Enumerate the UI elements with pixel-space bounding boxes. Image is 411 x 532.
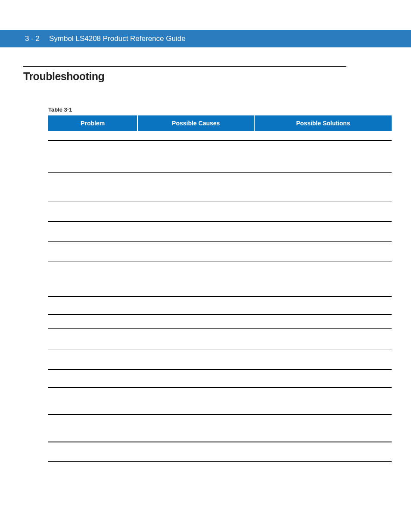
cell-solution [254,296,392,314]
cell-solution [254,328,392,349]
cell-problem [48,221,137,241]
table-row [48,241,392,261]
cell-cause [137,172,254,202]
cell-solution [254,370,392,388]
table-body [48,131,392,462]
table-row [48,328,392,349]
table-caption-label: Table 3-1 [48,106,72,113]
cell-problem [48,202,137,221]
cell-cause [137,221,254,241]
cell-problem [48,241,137,261]
cell-problem [48,349,137,370]
cell-solution [254,202,392,221]
cell-solution [254,414,392,442]
table-row [48,370,392,388]
table-row [48,349,392,370]
cell-solution [254,349,392,370]
cell-solution [254,172,392,202]
section-divider [23,66,346,67]
table-caption: Table 3-1 [48,106,392,113]
cell-solution [254,241,392,261]
cell-problem [48,314,137,328]
cell-cause [137,241,254,261]
cell-cause [137,261,254,296]
cell-cause [137,314,254,328]
cell-solution [254,314,392,328]
section-heading: Troubleshooting [23,70,411,83]
cell-problem [48,140,137,172]
header-solutions: Possible Solutions [254,115,392,131]
table-row [48,131,392,140]
cell-problem [48,370,137,388]
troubleshooting-table: Problem Possible Causes Possible Solutio… [48,115,392,462]
cell-solution [254,442,392,462]
cell-problem [48,172,137,202]
table-row [48,414,392,442]
table-row [48,314,392,328]
cell-cause [137,328,254,349]
table-row [48,202,392,221]
cell-cause [137,296,254,314]
cell-cause [137,388,254,414]
cell-problem [48,442,137,462]
table-row [48,140,392,172]
table-row [48,296,392,314]
cell-problem [48,261,137,296]
header-causes: Possible Causes [137,115,254,131]
table-row [48,221,392,241]
cell-solution [254,131,392,140]
table-row [48,388,392,414]
table-row [48,172,392,202]
cell-solution [254,388,392,414]
cell-solution [254,140,392,172]
cell-problem [48,131,137,140]
cell-cause [137,442,254,462]
page-header: 3 - 2 Symbol LS4208 Product Reference Gu… [0,30,411,47]
header-problem: Problem [48,115,137,131]
cell-solution [254,221,392,241]
document-title: Symbol LS4208 Product Reference Guide [49,34,186,43]
cell-problem [48,414,137,442]
cell-problem [48,296,137,314]
cell-cause [137,370,254,388]
table-row [48,261,392,296]
cell-cause [137,349,254,370]
table-row [48,442,392,462]
cell-problem [48,328,137,349]
table-container: Table 3-1 Problem Possible Causes Possib… [48,106,392,462]
cell-cause [137,414,254,442]
cell-cause [137,140,254,172]
cell-cause [137,202,254,221]
cell-cause [137,131,254,140]
page-number: 3 - 2 [25,34,40,43]
cell-solution [254,261,392,296]
cell-problem [48,388,137,414]
table-header-row: Problem Possible Causes Possible Solutio… [48,115,392,131]
